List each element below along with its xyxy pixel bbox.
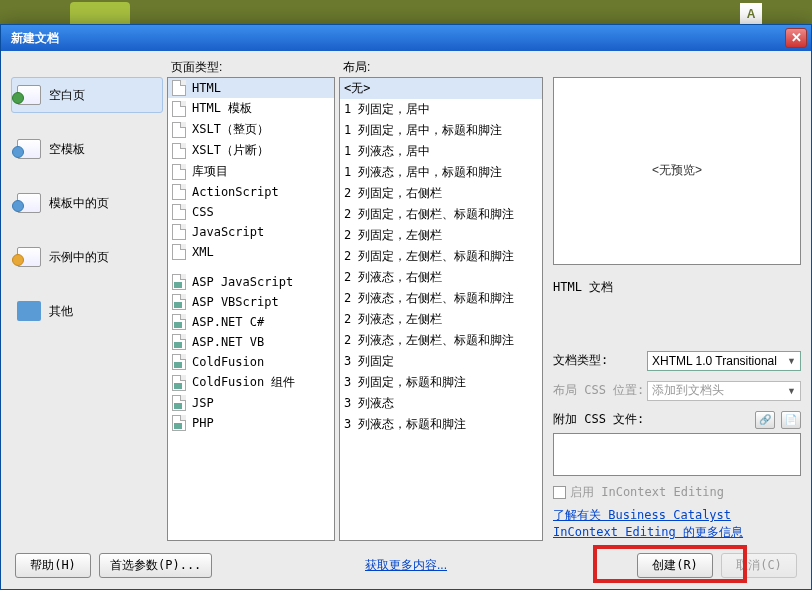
page-icon [17, 85, 41, 105]
layout-css-label: 布局 CSS 位置: [553, 382, 641, 399]
page-type-item[interactable]: XML [168, 242, 334, 262]
layout-item[interactable]: 2 列液态，右侧栏 [340, 267, 542, 288]
layout-item[interactable]: 3 列液态，标题和脚注 [340, 414, 542, 435]
page-type-item[interactable]: JavaScript [168, 222, 334, 242]
layout-item[interactable]: 2 列液态，左侧栏、标题和脚注 [340, 330, 542, 351]
page-type-item[interactable]: ActionScript [168, 182, 334, 202]
layout-css-row: 布局 CSS 位置: 添加到文档头 ▼ [553, 381, 801, 401]
sidebar-item-blank-page[interactable]: 空白页 [11, 77, 163, 113]
layout-item[interactable]: 2 列固定，左侧栏、标题和脚注 [340, 246, 542, 267]
page-type-label: HTML 模板 [192, 100, 252, 117]
template-icon [17, 139, 41, 159]
layouts-list[interactable]: <无>1 列固定，居中1 列固定，居中，标题和脚注1 列液态，居中1 列液态，居… [339, 77, 543, 541]
page-type-label: ColdFusion 组件 [192, 374, 295, 391]
sidebar-item-label: 空白页 [49, 87, 85, 104]
page-type-label: JSP [192, 396, 214, 410]
dialog-body: 空白页 空模板 模板中的页 示例中的页 其他 页面类型: HTMLHTML 模板… [1, 51, 811, 541]
get-more-link[interactable]: 获取更多内容... [365, 557, 447, 574]
layout-item[interactable]: 3 列固定 [340, 351, 542, 372]
browse-css-button[interactable]: 📄 [781, 411, 801, 429]
right-pane: <无预览> HTML 文档 文档类型: XHTML 1.0 Transition… [547, 59, 801, 541]
layouts-header: 布局: [339, 59, 543, 77]
file-icon [172, 274, 186, 290]
layout-item[interactable]: 2 列液态，左侧栏 [340, 309, 542, 330]
layout-item[interactable]: 2 列固定，左侧栏 [340, 225, 542, 246]
file-icon [172, 334, 186, 350]
layout-item[interactable]: <无> [340, 78, 542, 99]
doc-kind-text: HTML 文档 [553, 279, 801, 296]
footer: 帮助(H) 首选参数(P)... 获取更多内容... 创建(R) 取消(C) [1, 541, 811, 589]
file-icon [172, 184, 186, 200]
file-icon [172, 143, 186, 159]
page-type-label: ASP.NET VB [192, 335, 264, 349]
sidebar-item-page-from-template[interactable]: 模板中的页 [11, 185, 163, 221]
page-type-item[interactable]: HTML 模板 [168, 98, 334, 119]
page-type-label: XSLT（整页） [192, 121, 269, 138]
page-type-label: ASP JavaScript [192, 275, 293, 289]
file-icon [172, 204, 186, 220]
file-icon [172, 294, 186, 310]
page-type-label: ASP VBScript [192, 295, 279, 309]
file-icon [172, 314, 186, 330]
sample-icon [17, 247, 41, 267]
attached-css-list[interactable] [553, 433, 801, 476]
layout-item[interactable]: 1 列固定，居中 [340, 99, 542, 120]
page-type-label: ASP.NET C# [192, 315, 264, 329]
page-type-item[interactable]: ColdFusion [168, 352, 334, 372]
layout-item[interactable]: 1 列液态，居中 [340, 141, 542, 162]
layout-item[interactable]: 1 列固定，居中，标题和脚注 [340, 120, 542, 141]
layout-item[interactable]: 1 列液态，居中，标题和脚注 [340, 162, 542, 183]
page-type-item[interactable]: HTML [168, 78, 334, 98]
chevron-down-icon: ▼ [787, 386, 796, 396]
titlebar: 新建文档 ✕ [1, 25, 811, 51]
page-types-list[interactable]: HTMLHTML 模板XSLT（整页）XSLT（片断）库项目ActionScri… [167, 77, 335, 541]
page-type-item[interactable]: ASP VBScript [168, 292, 334, 312]
page-type-item[interactable]: ColdFusion 组件 [168, 372, 334, 393]
layout-item[interactable]: 2 列固定，右侧栏、标题和脚注 [340, 204, 542, 225]
page-type-item[interactable]: CSS [168, 202, 334, 222]
page-type-item[interactable]: ASP.NET C# [168, 312, 334, 332]
page-type-label: XSLT（片断） [192, 142, 269, 159]
sidebar-item-label: 示例中的页 [49, 249, 109, 266]
help-button[interactable]: 帮助(H) [15, 553, 91, 578]
file-icon [172, 122, 186, 138]
cancel-button[interactable]: 取消(C) [721, 553, 797, 578]
incontext-checkbox[interactable] [553, 486, 566, 499]
page-type-label: JavaScript [192, 225, 264, 239]
link-css-button[interactable]: 🔗 [755, 411, 775, 429]
doctype-row: 文档类型: XHTML 1.0 Transitional ▼ [553, 351, 801, 371]
page-type-item[interactable]: PHP [168, 413, 334, 433]
page-type-item[interactable]: 库项目 [168, 161, 334, 182]
close-button[interactable]: ✕ [785, 28, 807, 48]
sidebar-item-page-from-sample[interactable]: 示例中的页 [11, 239, 163, 275]
dialog-title: 新建文档 [11, 30, 785, 47]
page-type-label: ColdFusion [192, 355, 264, 369]
preferences-button[interactable]: 首选参数(P)... [99, 553, 212, 578]
layout-item[interactable]: 3 列液态 [340, 393, 542, 414]
sidebar-item-blank-template[interactable]: 空模板 [11, 131, 163, 167]
attach-css-row: 附加 CSS 文件: 🔗 📄 [553, 411, 801, 429]
incontext-label: 启用 InContext Editing [570, 484, 724, 501]
other-icon [17, 301, 41, 321]
page-type-item[interactable]: JSP [168, 393, 334, 413]
layout-item[interactable]: 3 列固定，标题和脚注 [340, 372, 542, 393]
file-icon [172, 101, 186, 117]
layout-item[interactable]: 2 列液态，右侧栏、标题和脚注 [340, 288, 542, 309]
page-type-item[interactable]: XSLT（片断） [168, 140, 334, 161]
learn-more-link[interactable]: 了解有关 Business Catalyst InContext Editing… [553, 507, 801, 541]
sidebar-item-other[interactable]: 其他 [11, 293, 163, 329]
doctype-select[interactable]: XHTML 1.0 Transitional ▼ [647, 351, 801, 371]
page-type-label: CSS [192, 205, 214, 219]
file-icon [172, 415, 186, 431]
file-icon [172, 164, 186, 180]
layout-css-value: 添加到文档头 [652, 382, 724, 399]
page-type-item[interactable]: ASP.NET VB [168, 332, 334, 352]
page-type-item[interactable]: ASP JavaScript [168, 272, 334, 292]
create-button[interactable]: 创建(R) [637, 553, 713, 578]
sidebar-item-label: 空模板 [49, 141, 85, 158]
layout-item[interactable]: 2 列固定，右侧栏 [340, 183, 542, 204]
page-type-label: HTML [192, 81, 221, 95]
sidebar-item-label: 其他 [49, 303, 73, 320]
page-type-label: 库项目 [192, 163, 228, 180]
page-type-item[interactable]: XSLT（整页） [168, 119, 334, 140]
